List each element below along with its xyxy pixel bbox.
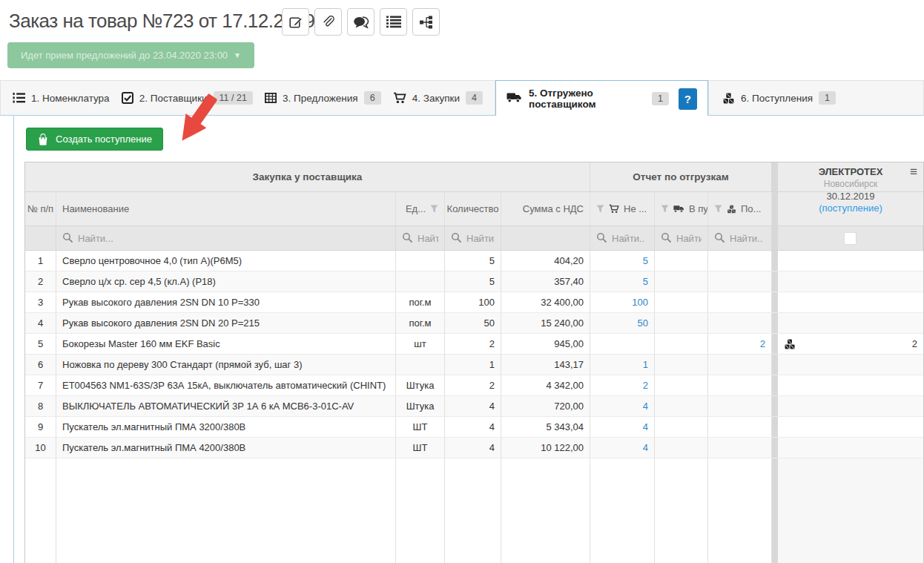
item-unit (396, 271, 445, 292)
item-sum-value: 5 343,04 (546, 421, 584, 432)
item-qty-value: 5 (489, 276, 495, 287)
item-not-shipped-value[interactable]: 4 (643, 442, 648, 453)
item-in-transit (655, 417, 708, 437)
item-received-value[interactable]: 2 (760, 338, 765, 349)
tab-label: 2. Поставщики (139, 93, 208, 104)
item-in-transit (655, 334, 708, 354)
item-sum: 5 343,04 (501, 417, 590, 437)
item-qty-value: 5 (489, 255, 495, 266)
comments-button[interactable] (347, 8, 374, 36)
tab-receipts[interactable]: 6. Поступления 1 (722, 91, 836, 105)
supplier-receipt-link[interactable]: (поступление) (819, 203, 882, 214)
tabbar: 1. Номенклатура 2. Поставщики 11 / 21 (0, 80, 924, 116)
hierarchy-button[interactable] (412, 8, 440, 36)
magnifier-icon (402, 232, 412, 245)
table-row: 4Рукав высокого давления 2SN DN 20 P=215… (25, 313, 923, 334)
funnel-icon[interactable] (596, 205, 604, 213)
item-name-value: Сверло центровочное 4,0 (тип А)(Р6М5) (62, 255, 242, 266)
table-row: 9Пускатель эл.магнитный ПМА 3200/380ВШТ4… (25, 417, 923, 438)
row-num: 1 (25, 251, 56, 271)
search-unit-input[interactable] (402, 232, 438, 245)
table-row: 2Сверло ц/х ср. сер 4,5 (кл.А) (Р18)5357… (25, 271, 923, 292)
item-received: 2 (708, 334, 772, 354)
table-body: 1Сверло центровочное 4,0 (тип А)(Р6М5)54… (25, 251, 923, 458)
item-sum: 945,00 (501, 334, 590, 354)
table-row: 5Бокорезы Master 160 мм EKF Basicшт2945,… (25, 334, 923, 355)
item-sum: 10 122,00 (501, 438, 590, 458)
item-not-shipped-value[interactable]: 1 (643, 359, 648, 370)
supplier-qty-cell (778, 271, 923, 292)
item-not-shipped: 5 (590, 251, 655, 271)
comments-icon (353, 16, 369, 29)
row-num-value: 9 (38, 421, 43, 432)
table-row: 7ET004563 NM1-63S/3P 63А 15кА, выключате… (25, 375, 923, 396)
tab-shipped-active[interactable]: 5. Отгружено поставщиком 1 ? (495, 80, 708, 116)
help-button[interactable]: ? (679, 88, 697, 110)
item-qty-value: 4 (489, 401, 495, 412)
row-num-value: 6 (38, 359, 43, 370)
item-not-shipped-value[interactable]: 4 (643, 401, 648, 412)
header-toolbar (282, 8, 440, 36)
item-not-shipped: 4 (590, 417, 655, 437)
search-name-input[interactable] (62, 232, 389, 245)
tab-purchases[interactable]: 4. Закупки 4 (393, 91, 483, 105)
truck-icon (506, 92, 522, 106)
row-num-value: 7 (38, 380, 43, 391)
item-not-shipped-value[interactable]: 100 (632, 297, 648, 308)
hamburger-menu-icon[interactable]: ≡ (910, 165, 917, 180)
row-num-value: 1 (38, 255, 43, 266)
item-name-value: ВЫКЛЮЧАТЕЛЬ АВТОМАТИЧЕСКИЙ 3Р 1А 6 кА MC… (62, 401, 354, 412)
col-received: По... (708, 192, 772, 225)
column-divider (772, 334, 778, 354)
tab-offers[interactable]: 3. Предложения 6 (265, 91, 381, 105)
table-row: 6Ножовка по дереву 300 Стандарт (прямой … (25, 355, 923, 375)
item-name-value: Пускатель эл.магнитный ПМА 4200/380В (62, 442, 245, 453)
item-name: Бокорезы Master 160 мм EKF Basic (56, 334, 396, 354)
item-qty: 100 (445, 292, 501, 312)
item-unit: ШТ (396, 438, 445, 458)
tabgroup-left: 1. Номенклатура 2. Поставщики 11 / 21 (0, 80, 495, 116)
item-qty-value: 2 (489, 338, 495, 349)
item-qty: 4 (445, 417, 501, 437)
col-name: Наименование (56, 192, 396, 225)
item-not-shipped-value[interactable]: 50 (638, 317, 648, 329)
attachment-button[interactable] (314, 8, 342, 36)
row-num-value: 2 (38, 276, 43, 287)
search-not-shipped-input[interactable] (596, 232, 648, 245)
list-button[interactable] (380, 8, 407, 36)
search-in-transit-input[interactable] (661, 232, 702, 245)
item-not-shipped-value[interactable]: 5 (643, 255, 648, 266)
funnel-icon[interactable] (714, 205, 722, 213)
supplier-select-checkbox[interactable] (844, 232, 857, 245)
search-row (25, 226, 923, 251)
item-not-shipped-value[interactable]: 5 (643, 276, 648, 287)
search-received-input[interactable] (714, 232, 765, 245)
search-qty-input[interactable] (451, 232, 495, 245)
tab-label: 1. Номенклатура (31, 93, 110, 104)
table-row: 8ВЫКЛЮЧАТЕЛЬ АВТОМАТИЧЕСКИЙ 3Р 1А 6 кА M… (25, 396, 923, 417)
item-not-shipped (590, 334, 655, 354)
item-not-shipped-value[interactable]: 4 (643, 421, 648, 432)
item-unit-value: шт (414, 338, 426, 349)
status-dropdown-button[interactable]: Идет прием предложений до 23.04.2020 23:… (7, 42, 254, 68)
group-header-shipments: Отчет по отгрузкам (590, 162, 772, 191)
table-icon (265, 93, 277, 103)
item-received (708, 438, 772, 458)
item-not-shipped-value[interactable]: 2 (643, 380, 648, 391)
item-qty: 1 (445, 355, 501, 375)
supplier-qty-cell (778, 251, 923, 271)
attachment-icon (321, 15, 335, 29)
tab-nomenclature[interactable]: 1. Номенклатура (13, 92, 110, 104)
funnel-icon[interactable] (430, 205, 438, 213)
item-in-transit (655, 313, 708, 333)
edit-button[interactable] (282, 8, 309, 36)
column-divider (772, 458, 778, 563)
funnel-icon[interactable] (661, 205, 669, 213)
item-received (708, 292, 772, 312)
item-name: Сверло центровочное 4,0 (тип А)(Р6М5) (56, 251, 396, 271)
tab-suppliers[interactable]: 2. Поставщики 11 / 21 (122, 91, 253, 105)
supplier-qty-cell (778, 396, 923, 416)
column-divider (772, 355, 778, 375)
create-receipt-button[interactable]: Создать поступление (26, 128, 163, 151)
item-name-value: Ножовка по дереву 300 Стандарт (прямой з… (62, 359, 302, 370)
